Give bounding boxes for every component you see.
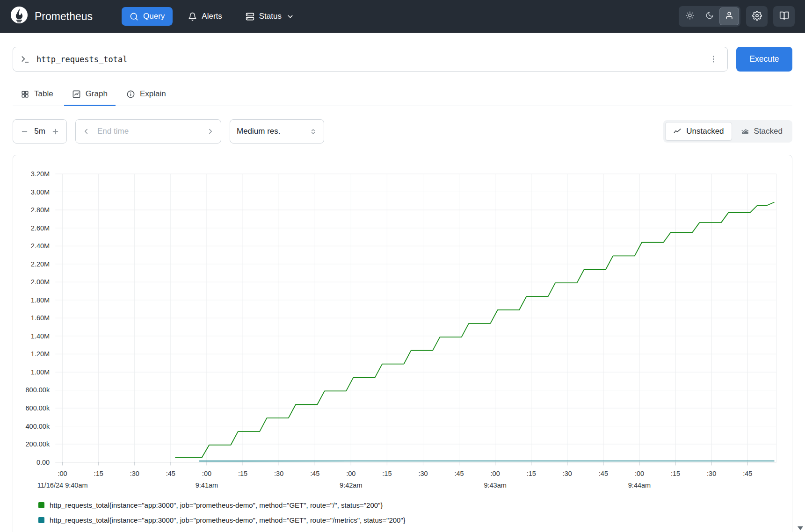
end-time-picker <box>75 119 221 144</box>
main-nav: Query Alerts Status <box>122 7 302 26</box>
tab-table-label: Table <box>34 89 53 99</box>
tab-graph[interactable]: Graph <box>64 84 116 106</box>
graph-wrap: 0.00200.00k400.00k600.00k800.00k1.00M1.2… <box>18 162 787 495</box>
svg-text:2.20M: 2.20M <box>31 260 50 268</box>
nav-query-label: Query <box>143 12 165 21</box>
bell-icon <box>188 12 197 21</box>
svg-text:3.20M: 3.20M <box>31 170 50 178</box>
svg-text:800.00k: 800.00k <box>26 386 50 394</box>
svg-text::45: :45 <box>599 470 608 477</box>
end-time-back-button[interactable] <box>76 120 96 143</box>
svg-text:9:41am: 9:41am <box>196 482 218 489</box>
table-icon <box>21 90 29 99</box>
svg-text::15: :15 <box>238 470 247 477</box>
legend-item[interactable]: http_requests_total{instance="app:3000",… <box>38 501 785 509</box>
range-decrease-button[interactable] <box>16 120 33 143</box>
settings-button[interactable] <box>746 6 768 27</box>
stacked-area-icon <box>741 127 749 136</box>
theme-toggle-group <box>679 6 740 27</box>
svg-text::45: :45 <box>454 470 464 477</box>
kebab-menu-icon[interactable] <box>707 53 720 65</box>
svg-text:2.40M: 2.40M <box>31 242 50 250</box>
selector-chevrons-icon <box>309 128 317 136</box>
graph-legend: http_requests_total{instance="app:3000",… <box>18 495 787 527</box>
theme-auto-segment[interactable] <box>719 7 739 25</box>
nav-alerts-button[interactable]: Alerts <box>180 7 230 26</box>
svg-text:9:44am: 9:44am <box>628 482 651 489</box>
nav-alerts-label: Alerts <box>202 12 222 21</box>
line-chart-icon <box>673 127 682 136</box>
terminal-prompt-icon <box>21 55 30 64</box>
brand[interactable]: Prometheus <box>10 6 93 27</box>
svg-text:1.40M: 1.40M <box>31 332 50 340</box>
gear-icon <box>752 11 762 22</box>
svg-text:9:42am: 9:42am <box>340 482 362 489</box>
svg-text::00: :00 <box>202 470 211 477</box>
svg-text::00: :00 <box>346 470 355 477</box>
docs-button[interactable] <box>773 6 795 27</box>
svg-text:1.60M: 1.60M <box>31 314 50 322</box>
range-input: 5m <box>13 119 67 144</box>
svg-text:0.00: 0.00 <box>36 459 50 466</box>
stacked-button[interactable]: Stacked <box>733 122 790 141</box>
resolution-select[interactable]: Medium res. <box>230 119 324 144</box>
range-value[interactable]: 5m <box>33 127 47 136</box>
scrollbar-down-arrow[interactable] <box>798 526 803 530</box>
expression-input[interactable] <box>36 54 702 65</box>
tab-graph-label: Graph <box>86 89 108 99</box>
prometheus-logo-icon <box>10 6 28 27</box>
graph-panel: 0.00200.00k400.00k600.00k800.00k1.00M1.2… <box>13 155 792 532</box>
graph-controls: 5m Medium res. Uns <box>13 119 792 144</box>
end-time-input[interactable] <box>96 126 200 137</box>
svg-text::30: :30 <box>563 470 572 477</box>
svg-text:3.00M: 3.00M <box>31 188 50 196</box>
main-content: Execute Table Graph Explain 5m <box>0 47 805 144</box>
legend-swatch <box>38 517 44 523</box>
svg-text:9:43am: 9:43am <box>484 482 506 489</box>
svg-text:400.00k: 400.00k <box>26 423 50 430</box>
tab-table[interactable]: Table <box>13 84 61 106</box>
theme-light-segment[interactable] <box>680 7 700 25</box>
graph-canvas[interactable]: 0.00200.00k400.00k600.00k800.00k1.00M1.2… <box>18 162 787 493</box>
svg-text:2.80M: 2.80M <box>31 206 50 214</box>
svg-text::30: :30 <box>130 470 139 477</box>
svg-text::15: :15 <box>671 470 680 477</box>
navbar-actions <box>679 6 795 27</box>
legend-item[interactable]: http_requests_total{instance="app:3000",… <box>38 516 785 524</box>
query-row: Execute <box>13 47 792 72</box>
info-icon <box>126 90 135 99</box>
svg-text:1.20M: 1.20M <box>31 350 50 358</box>
end-time-forward-button[interactable] <box>200 120 221 143</box>
svg-text::30: :30 <box>707 470 716 477</box>
svg-text::00: :00 <box>58 470 67 477</box>
svg-text::45: :45 <box>166 470 175 477</box>
top-navbar: Prometheus Query Alerts Status <box>0 0 805 33</box>
svg-text::45: :45 <box>743 470 752 477</box>
svg-text:1.80M: 1.80M <box>31 296 50 304</box>
panel-tabs: Table Graph Explain <box>13 84 792 106</box>
svg-text::00: :00 <box>635 470 644 477</box>
svg-text::30: :30 <box>274 470 283 477</box>
nav-status-button[interactable]: Status <box>238 7 302 26</box>
theme-dark-segment[interactable] <box>700 7 719 25</box>
legend-label: http_requests_total{instance="app:3000",… <box>50 516 406 524</box>
brand-title: Prometheus <box>35 10 93 23</box>
range-increase-button[interactable] <box>47 120 64 143</box>
chevron-down-icon <box>286 13 294 21</box>
svg-text:1.00M: 1.00M <box>31 368 50 376</box>
tab-explain[interactable]: Explain <box>118 84 174 106</box>
book-icon <box>779 11 789 22</box>
resolution-value: Medium res. <box>237 127 281 136</box>
unstacked-label: Unstacked <box>686 127 724 136</box>
svg-text::30: :30 <box>418 470 428 477</box>
moon-icon <box>705 11 714 22</box>
svg-text:600.00k: 600.00k <box>26 404 50 412</box>
chart-icon <box>72 90 81 99</box>
nav-status-label: Status <box>259 12 282 21</box>
unstacked-button[interactable]: Unstacked <box>665 122 732 141</box>
nav-query-button[interactable]: Query <box>122 7 173 26</box>
legend-swatch <box>38 502 44 508</box>
svg-text::00: :00 <box>491 470 500 477</box>
execute-button[interactable]: Execute <box>736 47 792 72</box>
svg-text::15: :15 <box>94 470 103 477</box>
